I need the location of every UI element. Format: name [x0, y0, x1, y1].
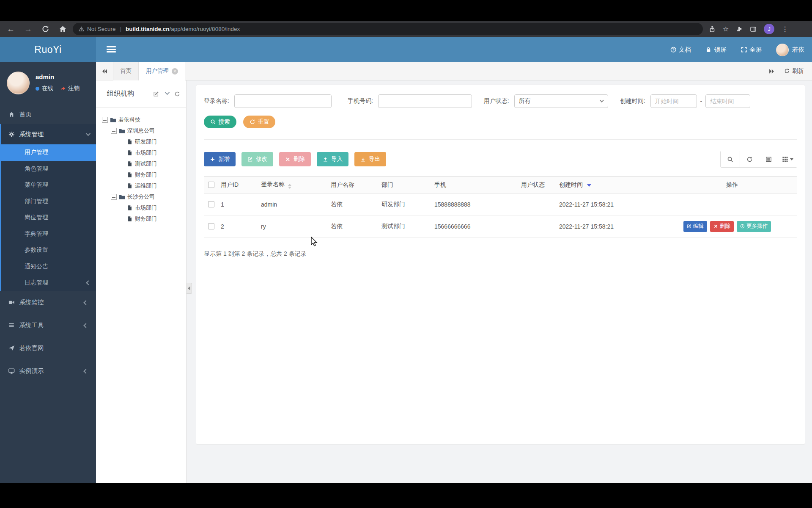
browser-profile-avatar[interactable]: J [764, 24, 774, 34]
sidebar-subitem-岗位管理[interactable]: 岗位管理 [1, 210, 96, 226]
row-action-更多操作-button[interactable]: 更多操作 [737, 221, 771, 232]
row-action-编辑-button[interactable]: 编辑 [683, 221, 707, 232]
sidebar-subitem-用户管理[interactable]: 用户管理 [1, 144, 96, 161]
sidebar-subitem-字典管理[interactable]: 字典管理 [1, 226, 96, 243]
sidebar-subitem-参数设置[interactable]: 参数设置 [1, 242, 96, 259]
column-header-label: 用户状态 [521, 181, 545, 188]
sidebar-item-1[interactable]: 系统管理 [1, 124, 96, 144]
tree-refresh-icon[interactable] [174, 91, 180, 97]
tree-connector [120, 186, 125, 186]
row-action-label: 更多操作 [746, 223, 768, 230]
browser-menu-icon[interactable]: ⋮ [782, 25, 788, 33]
sidebar-item-4[interactable]: 若依官网 [0, 337, 96, 360]
column-header-label: 用户ID [221, 181, 239, 188]
select-all-checkbox[interactable] [208, 182, 214, 188]
tree-collapse-box-icon[interactable] [102, 117, 108, 123]
tree-node-若依科技[interactable]: 若依科技 [102, 114, 186, 125]
view-tool-search-button[interactable] [721, 151, 740, 167]
caret-down-icon [790, 158, 793, 160]
tree-node-财务部门[interactable]: 财务部门 [102, 169, 186, 180]
tree-node-财务部门[interactable]: 财务部门 [102, 213, 186, 224]
view-tool-grid-columns-button[interactable] [778, 151, 797, 167]
phone-input[interactable] [378, 94, 472, 108]
tab-首页[interactable]: 首页 [113, 62, 139, 80]
brand-logo[interactable]: RuoYi [0, 37, 96, 62]
folder-icon [119, 194, 125, 200]
sidebar-item-5[interactable]: 实例演示 [0, 360, 96, 383]
user-avatar[interactable] [7, 72, 30, 94]
navbar-action-0[interactable]: 文档 [670, 46, 691, 54]
tree-node-市场部门[interactable]: 市场部门 [102, 202, 186, 213]
sort-desc-icon[interactable] [587, 184, 591, 187]
url-bar[interactable]: Not Secure | build.titanide.cn/app/demo/… [73, 23, 703, 35]
reset-button[interactable]: 重置 [243, 116, 276, 128]
toolbar-修改-button[interactable]: 修改 [241, 152, 273, 166]
tree-chevron-down-icon[interactable] [165, 90, 170, 95]
user-status-select[interactable]: 所有 [514, 94, 608, 108]
sidebar-subitem-日志管理[interactable]: 日志管理 [1, 275, 96, 291]
column-header-创建时间[interactable]: 创建时间 [559, 181, 667, 189]
sort-both-icon[interactable] [288, 184, 291, 189]
toolbar-导出-button[interactable]: 导出 [354, 152, 386, 166]
row-checkbox[interactable] [208, 201, 214, 207]
view-tools [720, 151, 797, 168]
tabs-scroll-right-icon[interactable] [768, 68, 775, 75]
lock-icon [705, 47, 712, 53]
view-tool-detail-view-button[interactable] [759, 151, 778, 167]
sidebar-item-2[interactable]: 系统监控 [0, 291, 96, 314]
column-header-登录名称[interactable]: 登录名称 [261, 181, 331, 189]
browser-forward-icon[interactable]: → [24, 25, 32, 33]
extensions-puzzle-icon[interactable] [736, 26, 743, 33]
toolbar-新增-button[interactable]: 新增 [204, 152, 236, 166]
tab-用户管理[interactable]: 用户管理× [139, 62, 185, 80]
navbar-action-1[interactable]: 锁屏 [705, 46, 727, 54]
tree-node-深圳总公司[interactable]: 深圳总公司 [102, 125, 186, 136]
navbar-action-2[interactable]: 全屏 [741, 46, 762, 54]
browser-home-icon[interactable] [59, 25, 67, 33]
share-icon[interactable] [709, 26, 716, 33]
tree-node-长沙分公司[interactable]: 长沙分公司 [102, 191, 186, 202]
file-icon [127, 216, 133, 222]
browser-reload-icon[interactable] [41, 25, 49, 33]
tree-node-市场部门[interactable]: 市场部门 [102, 147, 186, 158]
end-time-input[interactable] [705, 94, 750, 108]
side-panel-icon[interactable] [750, 26, 757, 33]
sidebar-subitem-菜单管理[interactable]: 菜单管理 [1, 177, 96, 193]
toolbar-导入-button[interactable]: 导入 [317, 152, 348, 166]
tree-node-label: 运维部门 [135, 182, 157, 190]
sidebar-subitem-部门管理[interactable]: 部门管理 [1, 193, 96, 210]
tree-node-运维部门[interactable]: 运维部门 [102, 180, 186, 191]
logout-link[interactable]: 注销 [60, 85, 80, 92]
tree-collapse-box-icon[interactable] [111, 128, 117, 134]
chevron-left-icon [83, 300, 88, 305]
sidebar-subitem-label: 角色管理 [25, 165, 96, 173]
tree-collapse-box-icon[interactable] [111, 194, 117, 200]
bookmark-star-icon[interactable]: ☆ [723, 25, 729, 33]
tree-node-研发部门[interactable]: 研发部门 [102, 136, 186, 147]
tabs-scroll-left-icon[interactable] [96, 68, 113, 75]
sidebar-subitem-通知公告[interactable]: 通知公告 [1, 259, 96, 275]
cell-dept: 研发部门 [381, 201, 434, 208]
tab-close-icon[interactable]: × [172, 68, 178, 75]
search-form: 登录名称: 手机号码: 用户状态: 所有 创建时间: - [204, 85, 797, 140]
tree-edit-icon[interactable] [153, 91, 159, 97]
sidebar-item-0[interactable]: 首页 [0, 105, 96, 124]
sidebar-subitem-角色管理[interactable]: 角色管理 [1, 161, 96, 177]
toolbar-删除-button[interactable]: 删除 [279, 152, 311, 166]
file-icon [127, 172, 133, 178]
row-checkbox[interactable] [208, 223, 214, 229]
tree-connector [120, 208, 125, 208]
tab-refresh-button[interactable]: 刷新 [784, 67, 804, 75]
sidebar-toggle-button[interactable] [107, 45, 116, 54]
tree-collapse-handle[interactable] [187, 283, 192, 294]
start-time-input[interactable] [650, 94, 697, 108]
search-button[interactable]: 搜索 [204, 116, 236, 128]
login-name-input[interactable] [234, 94, 332, 108]
row-action-删除-button[interactable]: 删除 [710, 221, 734, 232]
home-icon [8, 111, 15, 118]
view-tool-refresh-button[interactable] [740, 151, 759, 167]
navbar-user-menu[interactable]: 若依 [776, 44, 804, 56]
browser-back-icon[interactable]: ← [7, 25, 15, 33]
sidebar-item-3[interactable]: 系统工具 [0, 314, 96, 337]
tree-node-测试部门[interactable]: 测试部门 [102, 158, 186, 169]
